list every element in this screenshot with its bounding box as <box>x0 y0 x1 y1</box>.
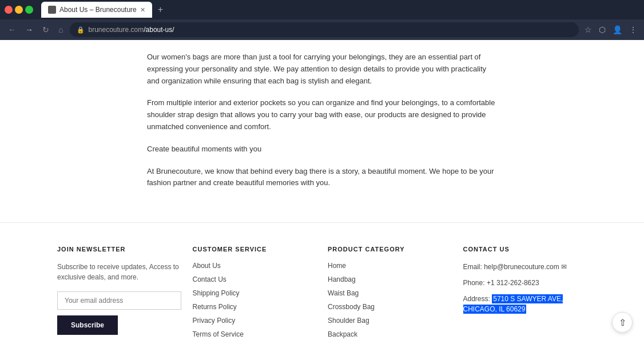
newsletter-title: JOIN NEWSLETTER <box>57 246 181 253</box>
active-tab[interactable]: About Us – Brunecouture ✕ <box>41 2 152 18</box>
page-content: Our women's bags are more than just a to… <box>0 40 644 344</box>
product-category-title: PRODUCT CATEGORY <box>328 246 452 253</box>
tab-close-icon[interactable]: ✕ <box>140 6 145 14</box>
customer-service-section: CUSTOMER SERVICE About Us Contact Us Shi… <box>193 246 317 344</box>
paragraph-1: Our women's bags are more than just a to… <box>147 51 497 87</box>
link-about-us[interactable]: About Us <box>193 262 317 270</box>
main-content: Our women's bags are more than just a to… <box>0 40 644 222</box>
window-controls[interactable] <box>5 6 33 14</box>
bookmark-icon[interactable]: ☆ <box>583 24 593 35</box>
link-shoulder-bag[interactable]: Shoulder Bag <box>328 317 452 325</box>
link-privacy-policy[interactable]: Privacy Policy <box>193 317 317 325</box>
customer-service-title: CUSTOMER SERVICE <box>193 246 317 253</box>
tab-favicon <box>48 6 56 14</box>
menu-icon[interactable]: ⋮ <box>628 24 638 35</box>
contact-phone: Phone: +1 312-262-8623 <box>463 278 587 288</box>
paragraph-3: Create beautiful moments with you <box>147 143 497 155</box>
phone-label: Phone: <box>463 279 485 287</box>
reload-button[interactable]: ↻ <box>40 24 51 35</box>
contact-section: CONTACT US Email: help@brunecouture.com … <box>463 246 587 344</box>
profile-icon[interactable]: 👤 <box>611 24 623 35</box>
lock-icon: 🔒 <box>77 26 85 34</box>
forward-button[interactable]: → <box>23 24 35 35</box>
contact-address: Address: 5710 S SAWYER AVE, CHICAGO, IL … <box>463 294 587 314</box>
product-category-section: PRODUCT CATEGORY Home Handbag Waist Bag … <box>328 246 452 344</box>
maximize-button[interactable] <box>25 6 33 14</box>
contact-title: CONTACT US <box>463 246 587 253</box>
new-tab-button[interactable]: + <box>154 5 166 15</box>
extensions-icon[interactable]: ⬡ <box>598 24 607 35</box>
url-base: brunecouture.com <box>88 26 144 34</box>
email-label: Email: <box>463 263 482 271</box>
link-shipping-policy[interactable]: Shipping Policy <box>193 289 317 297</box>
email-value: help@brunecouture.com <box>484 263 559 271</box>
tab-bar: About Us – Brunecouture ✕ + <box>37 2 171 18</box>
close-button[interactable] <box>5 6 13 14</box>
footer: JOIN NEWSLETTER Subscribe to receive upd… <box>0 222 644 344</box>
browser-chrome: About Us – Brunecouture ✕ + ← → ↻ ⌂ 🔒 br… <box>0 0 644 40</box>
link-handbag[interactable]: Handbag <box>328 275 452 283</box>
minimize-button[interactable] <box>15 6 23 14</box>
scroll-to-top-button[interactable]: ⇧ <box>612 312 633 333</box>
link-backpack[interactable]: Backpack <box>328 330 452 338</box>
tab-title: About Us – Brunecouture <box>59 6 137 14</box>
email-input[interactable] <box>57 291 181 310</box>
link-contact-us[interactable]: Contact Us <box>193 275 317 283</box>
phone-value: +1 312-262-8623 <box>487 279 539 287</box>
address-bar[interactable]: 🔒 brunecouture.com/about-us/ <box>70 22 579 37</box>
address-label: Address: <box>463 295 490 303</box>
subscribe-button[interactable]: Subscribe <box>57 315 118 335</box>
email-icon: ✉ <box>561 263 567 271</box>
newsletter-section: JOIN NEWSLETTER Subscribe to receive upd… <box>57 246 181 344</box>
paragraph-2: From multiple interior and exterior pock… <box>147 97 497 133</box>
link-crossbody-bag[interactable]: Crossbody Bag <box>328 303 452 311</box>
contact-email: Email: help@brunecouture.com ✉ <box>463 262 587 272</box>
back-button[interactable]: ← <box>6 24 18 35</box>
toolbar-right: ☆ ⬡ 👤 ⋮ <box>583 24 638 35</box>
link-returns-policy[interactable]: Returns Policy <box>193 303 317 311</box>
link-terms-of-service[interactable]: Terms of Service <box>193 330 317 338</box>
footer-top: JOIN NEWSLETTER Subscribe to receive upd… <box>57 246 587 344</box>
paragraph-4: At Brunecouture, we know that behind eve… <box>147 166 497 190</box>
link-waist-bag[interactable]: Waist Bag <box>328 289 452 297</box>
newsletter-description: Subscribe to receive updates, Access to … <box>57 262 181 282</box>
browser-titlebar: About Us – Brunecouture ✕ + <box>0 0 644 19</box>
home-button[interactable]: ⌂ <box>56 24 65 35</box>
url-path: /about-us/ <box>144 26 174 34</box>
browser-toolbar: ← → ↻ ⌂ 🔒 brunecouture.com/about-us/ ☆ ⬡… <box>0 19 644 40</box>
link-home[interactable]: Home <box>328 262 452 270</box>
url-text: brunecouture.com/about-us/ <box>88 26 174 34</box>
